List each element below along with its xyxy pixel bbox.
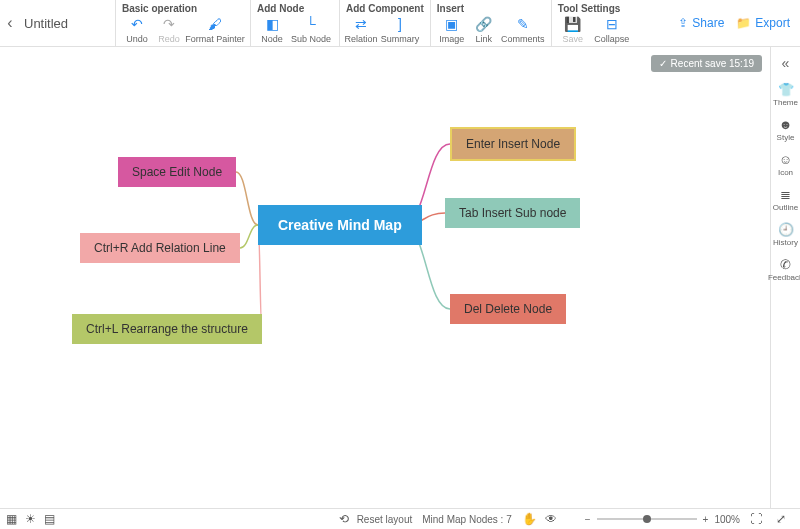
comments-button[interactable]: ✎Comments (501, 16, 545, 44)
redo-button: ↷Redo (154, 16, 184, 44)
collapse-button[interactable]: ⊟Collapse (590, 16, 634, 44)
summary-label: Summary (381, 34, 420, 44)
mindmap-node-n6[interactable]: Ctrl+L Rearrange the structure (72, 314, 262, 344)
outline-icon: ≣ (780, 187, 791, 202)
undo-label: Undo (126, 34, 148, 44)
export-button[interactable]: 📁Export (736, 16, 790, 30)
mindmap-node-n5[interactable]: Ctrl+R Add Relation Line (80, 233, 240, 263)
save-label: Save (563, 34, 584, 44)
reset-layout-icon[interactable]: ⟲ (339, 512, 349, 526)
undo-button[interactable]: ↶Undo (122, 16, 152, 44)
mindmap-node-n1[interactable]: Enter Insert Node (450, 127, 576, 161)
fullscreen-icon[interactable]: ⤢ (776, 512, 786, 526)
right-sidebar: « 👕Theme☻Style☺Icon≣Outline🕘History✆Feed… (770, 47, 800, 508)
view-icon-1[interactable]: ▦ (6, 512, 17, 526)
eye-icon[interactable]: 👁 (545, 512, 557, 526)
save-button: 💾Save (558, 16, 588, 44)
collapse-icon: ⊟ (604, 16, 620, 32)
toolbar-group-label: Add Node (257, 3, 333, 14)
reset-layout-button[interactable]: Reset layout (357, 514, 413, 525)
share-icon: ⇪ (678, 16, 688, 30)
document-title[interactable]: Untitled (20, 0, 115, 46)
undo-icon: ↶ (129, 16, 145, 32)
summary-button[interactable]: ]Summary (378, 16, 422, 44)
format-painter-button[interactable]: 🖌Format Painter (186, 16, 244, 44)
check-icon: ✓ (659, 58, 667, 69)
image-button[interactable]: ▣Image (437, 16, 467, 44)
sub-node-icon: └ (303, 16, 319, 32)
back-button[interactable]: ‹ (0, 0, 20, 46)
collapse-label: Collapse (594, 34, 629, 44)
sub-node-label: Sub Node (291, 34, 331, 44)
history-icon: 🕘 (778, 222, 794, 237)
comments-label: Comments (501, 34, 545, 44)
node-count-label: Mind Map Nodes : 7 (422, 514, 512, 525)
mindmap-canvas[interactable]: ✓Recent save 15:19 Creative Mind MapEnte… (0, 47, 770, 508)
sub-node-button[interactable]: └Sub Node (289, 16, 333, 44)
zoom-slider[interactable] (597, 518, 697, 520)
view-icon-2[interactable]: ☀ (25, 512, 36, 526)
relation-button[interactable]: ⇄Relation (346, 16, 376, 44)
toolbar-group-label: Tool Settings (558, 3, 634, 14)
redo-icon: ↷ (161, 16, 177, 32)
sidebar-collapse-button[interactable]: « (782, 51, 790, 75)
mindmap-node-n3[interactable]: Del Delete Node (450, 294, 566, 324)
redo-label: Redo (158, 34, 180, 44)
format-painter-label: Format Painter (185, 34, 245, 44)
sidebar-history[interactable]: 🕘History (768, 217, 800, 252)
link-icon: 🔗 (476, 16, 492, 32)
toolbar-group-label: Add Component (346, 3, 424, 14)
export-icon: 📁 (736, 16, 751, 30)
link-button[interactable]: 🔗Link (469, 16, 499, 44)
style-icon: ☻ (779, 117, 793, 132)
theme-icon: 👕 (778, 82, 794, 97)
sidebar-outline[interactable]: ≣Outline (768, 182, 800, 217)
sidebar-style[interactable]: ☻Style (768, 112, 800, 147)
mindmap-node-n2[interactable]: Tab Insert Sub node (445, 198, 580, 228)
sidebar-feedback[interactable]: ✆Feedback (768, 252, 800, 287)
comments-icon: ✎ (515, 16, 531, 32)
sidebar-theme[interactable]: 👕Theme (768, 77, 800, 112)
image-label: Image (439, 34, 464, 44)
toolbar-group-label: Insert (437, 3, 545, 14)
zoom-out-button[interactable]: − (585, 514, 591, 525)
relation-label: Relation (344, 34, 377, 44)
icon-icon: ☺ (779, 152, 792, 167)
toolbar-group-label: Basic operation (122, 3, 244, 14)
relation-icon: ⇄ (353, 16, 369, 32)
share-button[interactable]: ⇪Share (678, 16, 724, 30)
view-icon-3[interactable]: ▤ (44, 512, 55, 526)
link-label: Link (476, 34, 493, 44)
mindmap-node-n4[interactable]: Space Edit Node (118, 157, 236, 187)
save-icon: 💾 (565, 16, 581, 32)
summary-icon: ] (392, 16, 408, 32)
fit-icon[interactable]: ⛶ (750, 512, 762, 526)
format-painter-icon: 🖌 (207, 16, 223, 32)
sidebar-icon[interactable]: ☺Icon (768, 147, 800, 182)
image-icon: ▣ (444, 16, 460, 32)
zoom-level: 100% (714, 514, 740, 525)
hand-icon[interactable]: ✋ (522, 512, 537, 526)
mindmap-center-node[interactable]: Creative Mind Map (258, 205, 422, 245)
status-bar: ▦ ☀ ▤ ⟲ Reset layout Mind Map Nodes : 7 … (0, 508, 800, 529)
node-label: Node (261, 34, 283, 44)
feedback-icon: ✆ (780, 257, 791, 272)
node-icon: ◧ (264, 16, 280, 32)
zoom-in-button[interactable]: + (703, 514, 709, 525)
save-status-badge: ✓Recent save 15:19 (651, 55, 762, 72)
node-button[interactable]: ◧Node (257, 16, 287, 44)
